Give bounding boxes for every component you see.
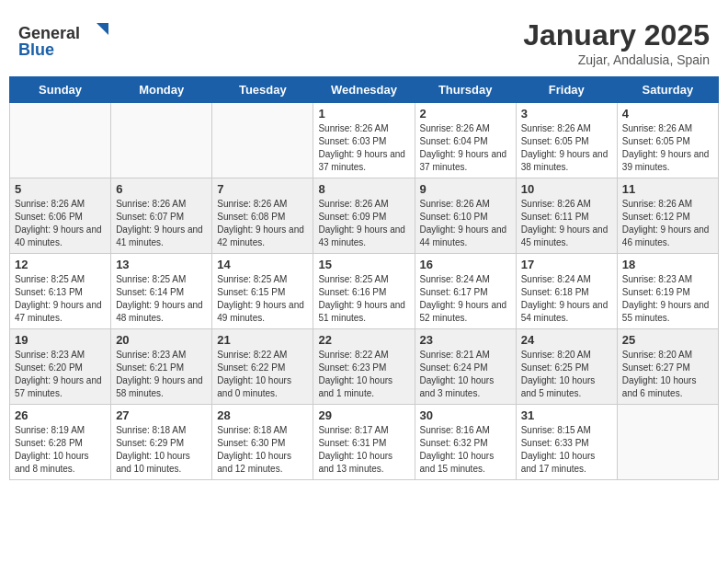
day-info: Sunrise: 8:26 AM Sunset: 6:11 PM Dayligh… bbox=[521, 198, 612, 249]
calendar-cell: 17Sunrise: 8:24 AM Sunset: 6:18 PM Dayli… bbox=[516, 254, 617, 329]
day-number: 25 bbox=[622, 333, 713, 347]
days-header-row: SundayMondayTuesdayWednesdayThursdayFrid… bbox=[10, 77, 719, 103]
day-number: 21 bbox=[217, 333, 308, 347]
calendar-cell: 23Sunrise: 8:21 AM Sunset: 6:24 PM Dayli… bbox=[415, 329, 516, 405]
calendar-cell: 7Sunrise: 8:26 AM Sunset: 6:08 PM Daylig… bbox=[212, 178, 313, 254]
calendar-cell: 3Sunrise: 8:26 AM Sunset: 6:05 PM Daylig… bbox=[516, 103, 617, 178]
day-number: 14 bbox=[217, 258, 308, 271]
calendar-cell: 31Sunrise: 8:15 AM Sunset: 6:33 PM Dayli… bbox=[516, 405, 617, 480]
day-info: Sunrise: 8:26 AM Sunset: 6:04 PM Dayligh… bbox=[420, 122, 511, 174]
calendar-cell: 30Sunrise: 8:16 AM Sunset: 6:32 PM Dayli… bbox=[415, 405, 516, 480]
calendar-cell: 10Sunrise: 8:26 AM Sunset: 6:11 PM Dayli… bbox=[516, 178, 617, 254]
calendar-cell: 25Sunrise: 8:20 AM Sunset: 6:27 PM Dayli… bbox=[617, 329, 718, 405]
svg-marker-1 bbox=[97, 23, 108, 35]
day-info: Sunrise: 8:25 AM Sunset: 6:15 PM Dayligh… bbox=[217, 273, 308, 325]
day-number: 11 bbox=[622, 182, 713, 196]
day-number: 24 bbox=[521, 333, 612, 347]
calendar-cell: 11Sunrise: 8:26 AM Sunset: 6:12 PM Dayli… bbox=[617, 178, 718, 254]
day-info: Sunrise: 8:18 AM Sunset: 6:29 PM Dayligh… bbox=[116, 424, 207, 476]
calendar-cell bbox=[10, 103, 111, 178]
day-info: Sunrise: 8:25 AM Sunset: 6:14 PM Dayligh… bbox=[116, 273, 207, 325]
day-info: Sunrise: 8:26 AM Sunset: 6:12 PM Dayligh… bbox=[622, 198, 713, 249]
calendar-cell: 18Sunrise: 8:23 AM Sunset: 6:19 PM Dayli… bbox=[617, 254, 718, 329]
day-number: 30 bbox=[420, 408, 511, 422]
day-info: Sunrise: 8:21 AM Sunset: 6:24 PM Dayligh… bbox=[420, 349, 511, 400]
day-info: Sunrise: 8:22 AM Sunset: 6:22 PM Dayligh… bbox=[217, 349, 308, 400]
calendar-cell: 28Sunrise: 8:18 AM Sunset: 6:30 PM Dayli… bbox=[212, 405, 313, 480]
day-header-friday: Friday bbox=[516, 77, 617, 103]
day-number: 2 bbox=[420, 107, 511, 121]
calendar-table: SundayMondayTuesdayWednesdayThursdayFrid… bbox=[9, 76, 719, 480]
title-section: January 2025 Zujar, Andalusia, Spain bbox=[523, 18, 710, 67]
day-header-sunday: Sunday bbox=[10, 77, 111, 103]
week-row-1: 1Sunrise: 8:26 AM Sunset: 6:03 PM Daylig… bbox=[10, 103, 719, 178]
day-header-saturday: Saturday bbox=[617, 77, 718, 103]
calendar-subtitle: Zujar, Andalusia, Spain bbox=[523, 52, 710, 67]
svg-text:Blue: Blue bbox=[18, 40, 54, 59]
day-number: 20 bbox=[116, 333, 207, 347]
day-info: Sunrise: 8:20 AM Sunset: 6:27 PM Dayligh… bbox=[622, 349, 713, 400]
calendar-cell: 12Sunrise: 8:25 AM Sunset: 6:13 PM Dayli… bbox=[10, 254, 111, 329]
calendar-cell: 22Sunrise: 8:22 AM Sunset: 6:23 PM Dayli… bbox=[313, 329, 415, 405]
day-number: 22 bbox=[318, 333, 409, 347]
day-number: 28 bbox=[217, 408, 308, 422]
day-info: Sunrise: 8:25 AM Sunset: 6:13 PM Dayligh… bbox=[15, 273, 106, 325]
day-info: Sunrise: 8:26 AM Sunset: 6:09 PM Dayligh… bbox=[318, 198, 409, 249]
day-number: 1 bbox=[318, 107, 409, 121]
day-number: 18 bbox=[622, 258, 713, 271]
day-info: Sunrise: 8:23 AM Sunset: 6:21 PM Dayligh… bbox=[116, 349, 207, 400]
calendar-cell: 27Sunrise: 8:18 AM Sunset: 6:29 PM Dayli… bbox=[111, 405, 212, 480]
calendar-cell: 26Sunrise: 8:19 AM Sunset: 6:28 PM Dayli… bbox=[10, 405, 111, 480]
day-number: 15 bbox=[318, 258, 409, 271]
week-row-5: 26Sunrise: 8:19 AM Sunset: 6:28 PM Dayli… bbox=[10, 405, 719, 480]
day-number: 12 bbox=[15, 258, 106, 271]
day-header-tuesday: Tuesday bbox=[212, 77, 313, 103]
calendar-cell: 1Sunrise: 8:26 AM Sunset: 6:03 PM Daylig… bbox=[313, 103, 415, 178]
day-header-thursday: Thursday bbox=[415, 77, 516, 103]
calendar-cell: 5Sunrise: 8:26 AM Sunset: 6:06 PM Daylig… bbox=[10, 178, 111, 254]
day-header-monday: Monday bbox=[111, 77, 212, 103]
calendar-cell: 13Sunrise: 8:25 AM Sunset: 6:14 PM Dayli… bbox=[111, 254, 212, 329]
day-header-wednesday: Wednesday bbox=[313, 77, 415, 103]
day-number: 29 bbox=[318, 408, 409, 422]
calendar-cell: 16Sunrise: 8:24 AM Sunset: 6:17 PM Dayli… bbox=[415, 254, 516, 329]
day-number: 23 bbox=[420, 333, 511, 347]
day-info: Sunrise: 8:26 AM Sunset: 6:05 PM Dayligh… bbox=[622, 122, 713, 174]
day-info: Sunrise: 8:20 AM Sunset: 6:25 PM Dayligh… bbox=[521, 349, 612, 400]
day-info: Sunrise: 8:26 AM Sunset: 6:06 PM Dayligh… bbox=[15, 198, 106, 249]
day-info: Sunrise: 8:18 AM Sunset: 6:30 PM Dayligh… bbox=[217, 424, 308, 476]
day-info: Sunrise: 8:17 AM Sunset: 6:31 PM Dayligh… bbox=[318, 424, 409, 476]
day-info: Sunrise: 8:23 AM Sunset: 6:20 PM Dayligh… bbox=[15, 349, 106, 400]
logo-content: General Blue bbox=[18, 18, 119, 63]
day-number: 3 bbox=[521, 107, 612, 121]
day-info: Sunrise: 8:19 AM Sunset: 6:28 PM Dayligh… bbox=[15, 424, 106, 476]
calendar-cell: 29Sunrise: 8:17 AM Sunset: 6:31 PM Dayli… bbox=[313, 405, 415, 480]
day-info: Sunrise: 8:25 AM Sunset: 6:16 PM Dayligh… bbox=[318, 273, 409, 325]
week-row-4: 19Sunrise: 8:23 AM Sunset: 6:20 PM Dayli… bbox=[10, 329, 719, 405]
day-number: 19 bbox=[15, 333, 106, 347]
week-row-2: 5Sunrise: 8:26 AM Sunset: 6:06 PM Daylig… bbox=[10, 178, 719, 254]
logo-svg: General Blue bbox=[18, 18, 119, 60]
calendar-cell bbox=[111, 103, 212, 178]
day-info: Sunrise: 8:26 AM Sunset: 6:07 PM Dayligh… bbox=[116, 198, 207, 249]
day-number: 16 bbox=[420, 258, 511, 271]
day-info: Sunrise: 8:26 AM Sunset: 6:10 PM Dayligh… bbox=[420, 198, 511, 249]
day-number: 5 bbox=[15, 182, 106, 196]
day-number: 31 bbox=[521, 408, 612, 422]
day-info: Sunrise: 8:23 AM Sunset: 6:19 PM Dayligh… bbox=[622, 273, 713, 325]
day-info: Sunrise: 8:26 AM Sunset: 6:08 PM Dayligh… bbox=[217, 198, 308, 249]
day-number: 26 bbox=[15, 408, 106, 422]
day-number: 13 bbox=[116, 258, 207, 271]
week-row-3: 12Sunrise: 8:25 AM Sunset: 6:13 PM Dayli… bbox=[10, 254, 719, 329]
calendar-cell bbox=[617, 405, 718, 480]
calendar-cell: 4Sunrise: 8:26 AM Sunset: 6:05 PM Daylig… bbox=[617, 103, 718, 178]
calendar-title: January 2025 bbox=[523, 18, 710, 52]
day-info: Sunrise: 8:26 AM Sunset: 6:03 PM Dayligh… bbox=[318, 122, 409, 174]
day-number: 4 bbox=[622, 107, 713, 121]
calendar-cell: 19Sunrise: 8:23 AM Sunset: 6:20 PM Dayli… bbox=[10, 329, 111, 405]
day-info: Sunrise: 8:22 AM Sunset: 6:23 PM Dayligh… bbox=[318, 349, 409, 400]
day-number: 17 bbox=[521, 258, 612, 271]
calendar-cell: 24Sunrise: 8:20 AM Sunset: 6:25 PM Dayli… bbox=[516, 329, 617, 405]
calendar-cell: 2Sunrise: 8:26 AM Sunset: 6:04 PM Daylig… bbox=[415, 103, 516, 178]
calendar-cell: 14Sunrise: 8:25 AM Sunset: 6:15 PM Dayli… bbox=[212, 254, 313, 329]
